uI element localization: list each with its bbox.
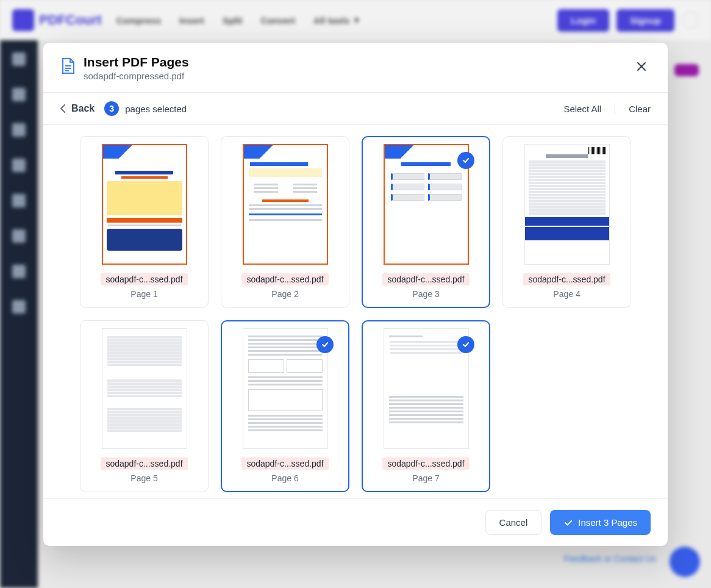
page-number: Page 5 <box>88 473 201 483</box>
page-thumbnail[interactable]: sodapdf-c...ssed.pdfPage 6 <box>221 320 349 492</box>
page-number: Page 2 <box>229 289 341 299</box>
modal-footer: Cancel Insert 3 Pages <box>43 498 668 546</box>
file-name: sodapdf-c...ssed.pdf <box>241 457 328 470</box>
page-number: Page 1 <box>88 289 201 299</box>
page-preview <box>243 328 328 449</box>
modal-title: Insert PDF Pages <box>84 55 624 70</box>
file-name: sodapdf-c...ssed.pdf <box>523 273 610 285</box>
page-preview <box>102 328 187 449</box>
page-thumbnail[interactable]: sodapdf-c...ssed.pdfPage 2 <box>221 136 349 308</box>
page-thumbnail[interactable]: sodapdf-c...ssed.pdfPage 5 <box>80 320 209 492</box>
page-preview <box>384 328 469 449</box>
selected-check-icon <box>457 152 474 169</box>
insert-pages-modal: Insert PDF Pages sodapdf-compressed.pdf … <box>43 43 668 546</box>
clear-button[interactable]: Clear <box>629 104 651 114</box>
check-icon <box>563 518 573 528</box>
cancel-button[interactable]: Cancel <box>485 510 542 535</box>
page-number: Page 4 <box>510 289 623 299</box>
modal-subtitle: sodapdf-compressed.pdf <box>84 71 624 81</box>
modal-header: Insert PDF Pages sodapdf-compressed.pdf <box>43 43 668 93</box>
page-preview <box>243 144 328 265</box>
selected-check-icon <box>316 336 334 353</box>
page-number: Page 7 <box>370 473 482 483</box>
chevron-left-icon <box>60 104 65 113</box>
toolbar-divider <box>615 103 615 114</box>
file-name: sodapdf-c...ssed.pdf <box>101 457 187 470</box>
insert-label: Insert 3 Pages <box>578 517 637 528</box>
document-icon <box>60 57 75 74</box>
close-button[interactable] <box>632 57 651 76</box>
close-icon <box>636 61 647 72</box>
file-name: sodapdf-c...ssed.pdf <box>241 273 328 285</box>
page-number: Page 6 <box>229 473 341 483</box>
selected-count-badge: 3 <box>104 101 119 116</box>
page-number: Page 3 <box>370 289 482 299</box>
file-name: sodapdf-c...ssed.pdf <box>101 273 187 285</box>
page-preview <box>524 144 610 265</box>
back-button[interactable]: Back <box>60 103 95 114</box>
file-name: sodapdf-c...ssed.pdf <box>382 457 469 470</box>
page-thumbnail[interactable]: sodapdf-c...ssed.pdfPage 4 <box>502 136 631 308</box>
back-label: Back <box>71 103 95 114</box>
page-preview <box>384 144 469 265</box>
selected-check-icon <box>457 336 474 353</box>
select-all-button[interactable]: Select All <box>563 104 601 114</box>
page-thumbnail[interactable]: sodapdf-c...ssed.pdfPage 1 <box>80 136 209 308</box>
pages-grid-area: sodapdf-c...ssed.pdfPage 1sodapdf-c...ss… <box>43 125 668 498</box>
page-thumbnail[interactable]: sodapdf-c...ssed.pdfPage 3 <box>362 136 490 308</box>
selected-label: pages selected <box>125 104 187 114</box>
modal-toolbar: Back 3 pages selected Select All Clear <box>43 93 668 125</box>
insert-button[interactable]: Insert 3 Pages <box>550 510 651 535</box>
page-preview <box>102 144 187 265</box>
page-thumbnail[interactable]: sodapdf-c...ssed.pdfPage 7 <box>362 320 490 492</box>
file-name: sodapdf-c...ssed.pdf <box>382 273 469 285</box>
